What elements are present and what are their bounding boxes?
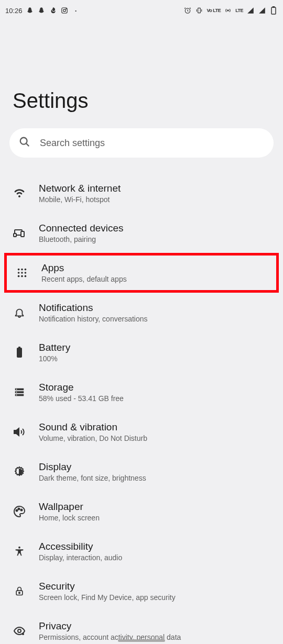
- svg-point-20: [25, 275, 27, 277]
- item-title: Sound & vibration: [39, 421, 147, 433]
- search-placeholder: Search settings: [40, 138, 105, 149]
- settings-item-display[interactable]: Display Dark theme, font size, brightnes…: [0, 452, 283, 492]
- item-title: Apps: [41, 262, 127, 274]
- hotspot-icon: [224, 6, 232, 15]
- accessibility-icon: [13, 545, 26, 558]
- devices-icon: [13, 226, 26, 240]
- item-title: Connected devices: [39, 223, 124, 234]
- sound-icon: [13, 425, 26, 439]
- svg-rect-10: [21, 231, 24, 237]
- svg-point-26: [16, 389, 17, 390]
- signal-icon-1: [246, 6, 255, 15]
- brightness-icon: [13, 465, 26, 479]
- settings-item-network[interactable]: Network & internet Mobile, Wi-Fi, hotspo…: [0, 173, 283, 213]
- svg-point-28: [16, 395, 17, 396]
- settings-item-sound[interactable]: Sound & vibration Volume, vibration, Do …: [0, 412, 283, 452]
- tinder-icon: [49, 6, 57, 15]
- item-subtitle: Dark theme, font size, brightness: [39, 474, 146, 482]
- item-title: Battery: [39, 342, 70, 353]
- privacy-icon: [13, 624, 26, 638]
- alarm-icon: [183, 6, 192, 15]
- status-bar: 10:26 • Vo LTE LTE: [0, 0, 283, 21]
- item-title: Accessibility: [39, 541, 122, 552]
- svg-point-12: [18, 269, 20, 271]
- svg-point-19: [21, 275, 23, 277]
- svg-rect-7: [273, 6, 275, 7]
- snapchat-icon: [26, 6, 34, 15]
- snapchat-icon-2: [37, 6, 46, 15]
- item-subtitle: Display, interaction, audio: [39, 553, 122, 562]
- svg-rect-22: [18, 347, 20, 348]
- item-subtitle: Bluetooth, pairing: [39, 235, 124, 243]
- item-title: Notifications: [39, 302, 148, 314]
- wifi-icon: [13, 186, 26, 200]
- svg-point-5: [227, 10, 228, 11]
- item-subtitle: Home, lock screen: [39, 514, 100, 522]
- item-title: Storage: [39, 382, 124, 393]
- svg-rect-21: [17, 348, 22, 358]
- svg-point-14: [25, 269, 27, 271]
- bell-icon: [13, 306, 26, 319]
- item-subtitle: Recent apps, default apps: [41, 275, 127, 283]
- status-left: 10:26 •: [5, 6, 80, 15]
- svg-point-1: [63, 9, 66, 12]
- settings-item-security[interactable]: Security Screen lock, Find My Device, ap…: [0, 571, 283, 611]
- svg-point-36: [23, 634, 24, 635]
- volte-indicator: Vo LTE: [206, 8, 221, 13]
- item-subtitle: Screen lock, Find My Device, app securit…: [39, 593, 176, 602]
- settings-item-wallpaper[interactable]: Wallpaper Home, lock screen: [0, 492, 283, 531]
- battery-status-icon: [269, 6, 278, 15]
- lock-icon: [13, 584, 26, 598]
- battery-icon: [13, 346, 26, 359]
- svg-point-30: [18, 508, 20, 510]
- svg-point-32: [18, 547, 20, 549]
- svg-point-27: [16, 392, 17, 393]
- palette-icon: [13, 505, 26, 518]
- svg-point-34: [19, 592, 20, 594]
- page-title: Settings: [0, 21, 283, 128]
- svg-rect-6: [271, 7, 276, 14]
- svg-point-2: [66, 8, 66, 9]
- status-right: Vo LTE LTE: [183, 6, 278, 15]
- storage-icon: [13, 385, 26, 399]
- instagram-icon: [60, 6, 69, 15]
- svg-point-35: [18, 629, 21, 632]
- settings-item-notifications[interactable]: Notifications Notification history, conv…: [0, 293, 283, 332]
- svg-point-16: [21, 272, 23, 274]
- settings-item-accessibility[interactable]: Accessibility Display, interaction, audi…: [0, 531, 283, 571]
- settings-list: Network & internet Mobile, Wi-Fi, hotspo…: [0, 173, 283, 644]
- lte-indicator: LTE: [235, 8, 243, 13]
- item-subtitle: 58% used - 53.41 GB free: [39, 394, 124, 403]
- item-subtitle: Mobile, Wi-Fi, hotspot: [39, 195, 121, 204]
- search-icon: [19, 136, 40, 150]
- svg-point-29: [16, 510, 18, 512]
- settings-item-connected-devices[interactable]: Connected devices Bluetooth, pairing: [0, 213, 283, 253]
- svg-point-17: [25, 272, 27, 274]
- status-time: 10:26: [5, 7, 23, 15]
- settings-item-battery[interactable]: Battery 100%: [0, 332, 283, 372]
- item-subtitle: Volume, vibration, Do Not Disturb: [39, 434, 147, 442]
- svg-point-15: [18, 272, 20, 274]
- search-input[interactable]: Search settings: [9, 128, 274, 158]
- item-title: Privacy: [39, 620, 181, 632]
- svg-point-13: [21, 269, 23, 271]
- svg-point-18: [18, 275, 20, 277]
- settings-item-apps[interactable]: Apps Recent apps, default apps: [4, 253, 279, 293]
- signal-icon-2: [258, 6, 266, 15]
- svg-point-8: [20, 138, 27, 145]
- item-subtitle: Notification history, conversations: [39, 315, 148, 323]
- vibrate-icon: [195, 6, 203, 15]
- svg-rect-4: [198, 8, 201, 13]
- svg-rect-11: [14, 234, 16, 237]
- item-title: Wallpaper: [39, 501, 100, 513]
- more-icon: •: [72, 6, 80, 15]
- item-title: Network & internet: [39, 183, 121, 194]
- item-subtitle: 100%: [39, 354, 70, 363]
- item-title: Security: [39, 581, 176, 592]
- item-title: Display: [39, 461, 146, 473]
- svg-point-31: [21, 509, 23, 511]
- navigation-handle[interactable]: [118, 639, 165, 642]
- settings-item-storage[interactable]: Storage 58% used - 53.41 GB free: [0, 372, 283, 412]
- apps-icon: [15, 266, 29, 280]
